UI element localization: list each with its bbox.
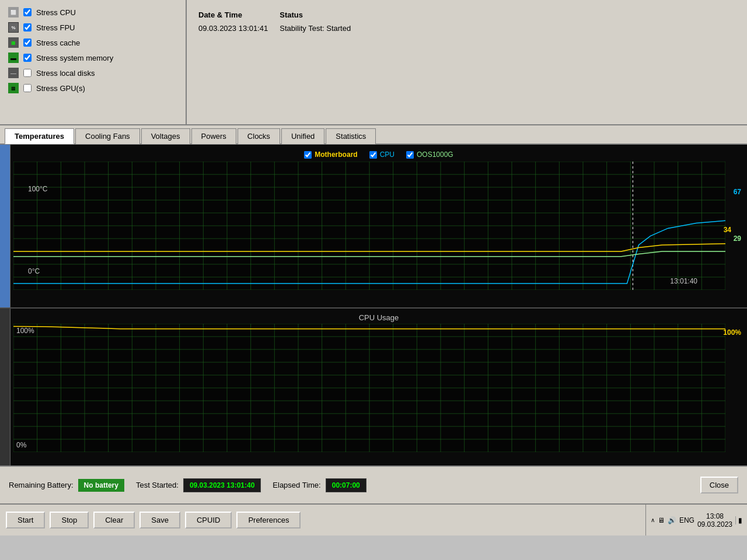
cache-icon: ▦ — [8, 37, 19, 48]
stress-cpu-label: Stress CPU — [36, 8, 76, 17]
stress-gpu-label: Stress GPU(s) — [36, 84, 85, 93]
temp-x-time: 13:01:40 — [670, 277, 697, 285]
cpu-chart-left-bar — [0, 309, 11, 466]
tray-time: 13:08 — [706, 512, 724, 520]
battery-value: No battery — [78, 479, 124, 492]
tray-show-desktop-icon[interactable]: ▮ — [735, 516, 742, 524]
battery-label: Remaining Battery: — [9, 481, 74, 489]
status-header: Status — [280, 9, 362, 22]
legend-oos-label: OOS1000G — [417, 150, 453, 159]
stress-cpu-item: ⬜ Stress CPU — [7, 5, 179, 20]
tabs-row: Temperatures Cooling Fans Voltages Power… — [0, 125, 747, 145]
tray-lang: ENG — [679, 516, 694, 524]
stress-disk-item: — Stress local disks — [7, 65, 179, 80]
start-button[interactable]: Start — [6, 512, 45, 528]
temp-value-67: 67 — [734, 188, 741, 196]
tab-powers[interactable]: Powers — [191, 128, 236, 144]
close-button[interactable]: Close — [700, 477, 738, 494]
disk-icon: — — [8, 68, 19, 78]
stress-disk-label: Stress local disks — [36, 69, 95, 78]
fpu-icon: % — [8, 22, 19, 33]
cpu-chart-title: CPU Usage — [13, 312, 744, 324]
stress-memory-checkbox[interactable] — [23, 54, 32, 62]
stress-options-panel: ⬜ Stress CPU % Stress FPU ▦ Stress cache… — [0, 0, 187, 124]
tray-monitor-icon: 🖥 — [658, 516, 665, 524]
tray-date: 09.03.2023 — [697, 520, 732, 528]
cpuid-button[interactable]: CPUID — [185, 512, 232, 528]
legend-oos-checkbox[interactable] — [406, 151, 414, 159]
temp-chart-inner: Motherboard CPU OOS1000G 100°C 0°C 13:01… — [11, 145, 747, 307]
legend-motherboard-checkbox[interactable] — [304, 151, 312, 159]
temp-y-top: 100°C — [28, 185, 48, 193]
cpu-y-top: 100% — [16, 327, 34, 335]
date-value: 09.03.2023 13:01:41 — [198, 22, 280, 34]
legend-motherboard-label: Motherboard — [315, 150, 357, 159]
temp-value-34: 34 — [724, 226, 731, 234]
stress-memory-label: Stress system memory — [36, 54, 113, 62]
tab-voltages[interactable]: Voltages — [141, 128, 190, 144]
save-button[interactable]: Save — [139, 512, 180, 528]
temp-chart-container: Motherboard CPU OOS1000G 100°C 0°C 13:01… — [0, 145, 747, 308]
cpu-chart-container: CPU Usage 100% 0% 100% — [0, 308, 747, 466]
elapsed-time-status: Elapsed Time: 00:07:00 — [273, 478, 366, 492]
stress-fpu-label: Stress FPU — [36, 23, 75, 32]
stress-fpu-checkbox[interactable] — [23, 23, 32, 32]
legend-motherboard: Motherboard — [304, 150, 357, 159]
tab-cooling-fans[interactable]: Cooling Fans — [75, 128, 140, 144]
stress-disk-checkbox[interactable] — [23, 69, 32, 77]
stress-cpu-checkbox[interactable] — [23, 8, 32, 16]
status-value: Stability Test: Started — [280, 22, 362, 34]
battery-status: Remaining Battery: No battery — [9, 479, 124, 492]
tab-statistics[interactable]: Statistics — [326, 128, 376, 144]
stop-button[interactable]: Stop — [50, 512, 89, 528]
stress-gpu-checkbox[interactable] — [23, 84, 32, 92]
gpu-icon: ▩ — [8, 83, 19, 93]
stress-fpu-item: % Stress FPU — [7, 20, 179, 35]
tray-clock: 13:08 09.03.2023 — [697, 512, 732, 528]
cpu-icon: ⬜ — [8, 7, 19, 18]
info-panel: Date & Time Status 09.03.2023 13:01:41 S… — [187, 0, 747, 124]
test-started-value: 09.03.2023 13:01:40 — [183, 478, 261, 492]
legend-cpu-label: CPU — [380, 150, 395, 159]
legend-cpu: CPU — [369, 150, 395, 159]
tray-chevron-icon: ∧ — [651, 517, 655, 523]
temp-y-bottom: 0°C — [28, 267, 40, 275]
temp-value-29: 29 — [734, 235, 741, 243]
tab-temperatures[interactable]: Temperatures — [5, 128, 74, 144]
legend-oos: OOS1000G — [406, 150, 453, 159]
stress-cache-label: Stress cache — [36, 38, 80, 47]
system-tray: ∧ 🖥 🔊 ENG 13:08 09.03.2023 ▮ — [645, 505, 747, 536]
tray-volume-icon: 🔊 — [668, 516, 676, 524]
memory-icon: ▬ — [8, 52, 19, 63]
temp-chart-legend: Motherboard CPU OOS1000G — [13, 148, 744, 162]
bottom-toolbar: Start Stop Clear Save CPUID Preferences … — [0, 503, 747, 536]
tab-unified[interactable]: Unified — [281, 128, 324, 144]
cpu-chart-inner: CPU Usage 100% 0% 100% — [11, 309, 747, 466]
chart-left-bar — [0, 145, 11, 307]
cpu-y-bottom: 0% — [16, 441, 26, 449]
clear-button[interactable]: Clear — [93, 512, 135, 528]
preferences-button[interactable]: Preferences — [236, 512, 301, 528]
date-header: Date & Time — [198, 9, 280, 22]
stress-cache-checkbox[interactable] — [23, 38, 32, 47]
elapsed-value: 00:07:00 — [326, 478, 366, 492]
test-started-status: Test Started: 09.03.2023 13:01:40 — [136, 478, 261, 492]
cpu-value-100: 100% — [723, 328, 741, 337]
stress-gpu-item: ▩ Stress GPU(s) — [7, 80, 179, 96]
stress-cache-item: ▦ Stress cache — [7, 35, 179, 50]
test-started-label: Test Started: — [136, 481, 179, 489]
legend-cpu-checkbox[interactable] — [369, 151, 377, 159]
stress-memory-item: ▬ Stress system memory — [7, 50, 179, 65]
tab-clocks[interactable]: Clocks — [238, 128, 280, 144]
status-bar: Remaining Battery: No battery Test Start… — [0, 466, 747, 503]
elapsed-label: Elapsed Time: — [273, 481, 320, 489]
